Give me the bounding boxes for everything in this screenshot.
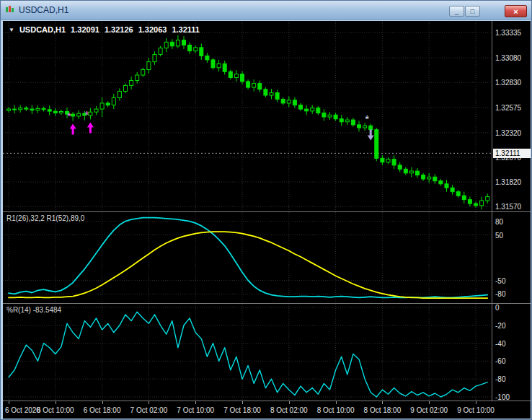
indicator1-axis-label: -50: [495, 277, 505, 285]
indicator1-axis-label: 50: [495, 232, 503, 240]
signal-star-icon: *: [84, 108, 89, 121]
chart-area: *** 1.32111 1.333351.330801.328301.32575…: [3, 21, 531, 419]
mt4-chart-window: USDCAD,H1 _ □ × *** 1.32111 1.333351.330…: [0, 0, 532, 420]
titlebar[interactable]: USDCAD,H1 _ □ ×: [1, 1, 531, 20]
maximize-button[interactable]: □: [465, 6, 480, 17]
minimize-button[interactable]: _: [449, 6, 464, 17]
pane-separator[interactable]: [3, 303, 531, 304]
indicator2-axis-label: 0: [495, 304, 500, 312]
quote-high: 1.32126: [105, 25, 133, 34]
buy-arrow-icon: [87, 122, 94, 133]
close-icon: ×: [513, 7, 518, 16]
time-axis-label: 6 Oct 2020: [5, 406, 40, 414]
indicator1-label: R1(26),32,2 R1(52),89,0: [6, 214, 84, 222]
time-axis-label: 9 Oct 10:00: [457, 406, 495, 414]
time-axis-label: 7 Oct 18:00: [223, 406, 261, 414]
time-tick: [289, 401, 290, 404]
time-axis[interactable]: 6 Oct 20206 Oct 10:006 Oct 18:007 Oct 02…: [3, 401, 531, 419]
time-axis-label: 8 Oct 02:00: [270, 406, 308, 414]
signal-star-icon: *: [365, 113, 369, 125]
price-axis-label: 1.32575: [495, 104, 521, 112]
indicator1-axis-label: 80: [495, 218, 503, 226]
price-axis[interactable]: 1.32111 1.333351.330801.328301.325751.32…: [492, 21, 531, 211]
time-tick: [336, 401, 337, 404]
quote-line: ▼ USDCAD,H1 1.32091 1.32126 1.32063 1.32…: [9, 25, 200, 34]
time-tick: [382, 401, 383, 404]
price-axis-label: 1.33335: [495, 29, 521, 37]
quote-close: 1.32111: [172, 25, 200, 34]
indicator1-pane-canvas[interactable]: [3, 212, 492, 303]
time-axis-label: 8 Oct 18:00: [364, 406, 402, 414]
sell-arrow-icon: [368, 129, 374, 140]
time-axis-label: 7 Oct 10:00: [177, 406, 214, 414]
time-tick: [476, 401, 476, 404]
indicator2-axis-label: -40: [495, 340, 505, 348]
quote-symbol: USDCAD,H1: [19, 25, 66, 34]
pane-separator[interactable]: [3, 211, 531, 212]
time-tick: [242, 401, 243, 404]
window-title: USDCAD,H1: [19, 5, 68, 15]
time-tick: [195, 401, 196, 404]
quote-low: 1.32063: [138, 25, 167, 34]
indicator2-axis[interactable]: 0-20-40-60-80-100: [492, 304, 531, 401]
time-axis-label: 6 Oct 10:00: [37, 406, 74, 414]
maximize-icon: □: [471, 8, 474, 15]
minimize-icon: _: [455, 8, 458, 15]
time-tick: [56, 401, 56, 404]
indicator1-axis-label: -80: [495, 290, 505, 298]
time-axis-label: 6 Oct 18:00: [84, 406, 121, 414]
price-pane-canvas[interactable]: ***: [3, 21, 492, 211]
signal-star-icon: *: [67, 110, 71, 122]
time-axis-label: 9 Oct 02:00: [410, 406, 448, 414]
price-axis-label: 1.31820: [495, 178, 521, 186]
time-tick: [102, 401, 103, 404]
indicator2-pane-canvas[interactable]: [3, 304, 492, 401]
price-axis-label: 1.31570: [495, 203, 521, 211]
indicator1-axis[interactable]: 8050-50-80: [492, 212, 531, 303]
price-axis-label: 1.32830: [495, 79, 521, 87]
time-tick: [9, 401, 9, 404]
quote-open: 1.32091: [71, 25, 99, 34]
indicator2-axis-label: -60: [495, 357, 505, 365]
time-axis-label: 8 Oct 10:00: [317, 406, 355, 414]
price-axis-label: 1.32320: [495, 129, 521, 137]
symbol-dropdown-icon[interactable]: ▼: [9, 27, 14, 33]
time-axis-label: 7 Oct 02:00: [130, 406, 168, 414]
time-tick: [148, 401, 149, 404]
chart-icon: [5, 4, 15, 17]
indicator2-axis-label: -80: [495, 375, 505, 383]
price-axis-label: 1.33080: [495, 54, 521, 62]
indicator2-axis-label: -20: [495, 322, 505, 330]
current-price-box: 1.32111: [493, 149, 531, 158]
indicator2-label: %R(14) -83.5484: [6, 306, 61, 314]
time-tick: [429, 401, 430, 404]
close-button[interactable]: ×: [505, 5, 527, 17]
